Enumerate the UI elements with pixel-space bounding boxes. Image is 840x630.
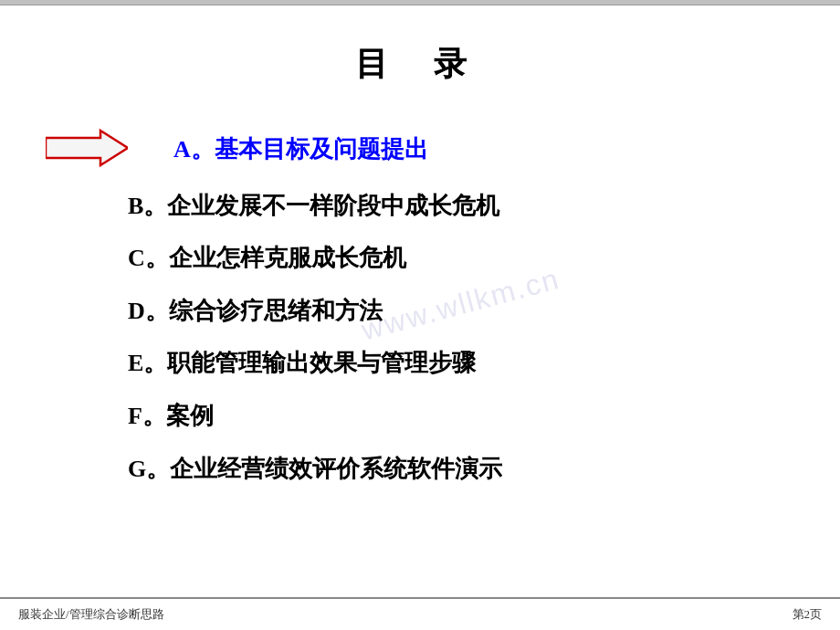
menu-item-g: G。企业经营绩效评价系统软件演示: [91, 443, 502, 496]
menu-item-c: C。企业怎样克服成长危机: [91, 232, 406, 285]
menu-list: A。基本目标及问题提出 B。企业发展不一样阶段中成长危机 C。企业怎样克服成长危…: [0, 123, 840, 495]
slide-title: 目 录: [355, 42, 485, 87]
menu-item-f: F。案例: [91, 390, 214, 443]
footer-right: 第2页: [793, 606, 823, 623]
main-content: 目 录 www.wllkm.cn A。基本目标及问题提出: [0, 5, 840, 597]
bottom-bar: 服装企业/管理综合诊断思路 第2页: [0, 597, 840, 630]
menu-item-b: B。企业发展不一样阶段中成长危机: [91, 180, 499, 233]
menu-item-a-row: A。基本目标及问题提出: [91, 123, 840, 176]
menu-item-a: A。基本目标及问题提出: [91, 123, 428, 176]
footer-left: 服装企业/管理综合诊断思路: [18, 606, 164, 623]
menu-item-e: E。职能管理输出效果与管理步骤: [91, 337, 476, 390]
slide-container: 目 录 www.wllkm.cn A。基本目标及问题提出: [0, 0, 840, 630]
menu-item-d: D。综合诊疗思绪和方法: [91, 285, 383, 338]
